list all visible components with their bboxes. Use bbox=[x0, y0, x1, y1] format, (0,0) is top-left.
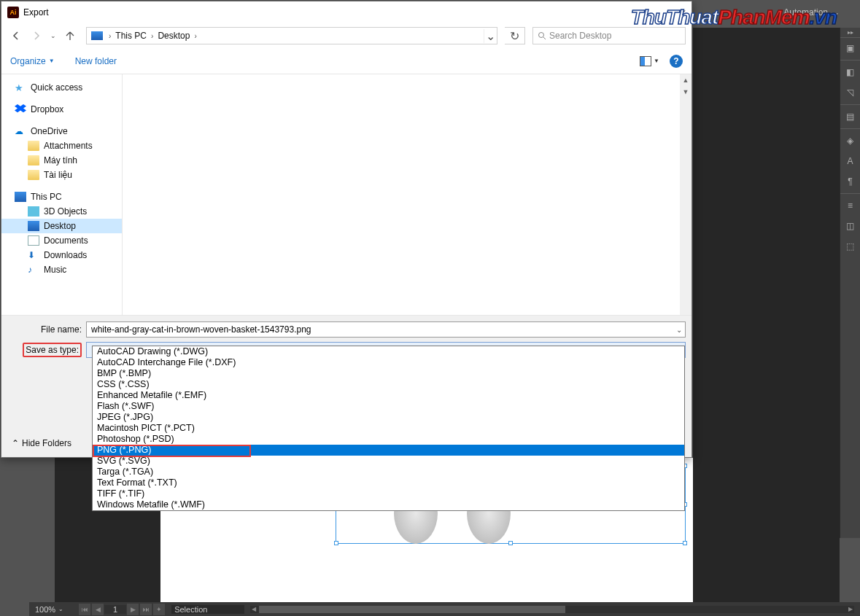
forward-button[interactable] bbox=[28, 27, 45, 44]
nav-item-dropbox[interactable]: Dropbox bbox=[1, 102, 122, 117]
organize-button[interactable]: Organize ▼ bbox=[10, 56, 55, 66]
first-artboard-button[interactable]: ⏮ bbox=[79, 604, 90, 615]
back-button[interactable] bbox=[7, 27, 25, 44]
nav-item-label: 3D Objects bbox=[44, 206, 87, 217]
watermark: ThuThuatPhanMem.vn bbox=[631, 6, 837, 29]
up-button[interactable] bbox=[61, 27, 79, 44]
prev-artboard-button[interactable]: ◀ bbox=[92, 604, 104, 615]
refresh-button[interactable]: ↻ bbox=[505, 27, 525, 44]
type-option[interactable]: Windows Metafile (*.WMF) bbox=[93, 499, 684, 510]
next-artboard-button[interactable]: ▶ bbox=[127, 604, 139, 615]
type-option[interactable]: Macintosh PICT (*.PCT) bbox=[93, 423, 684, 434]
type-option[interactable]: JPEG (*.JPG) bbox=[93, 412, 684, 423]
panel-icon-6[interactable]: A bbox=[840, 151, 860, 171]
file-name-input[interactable]: white-and-gray-cat-in-brown-woven-basket… bbox=[86, 321, 686, 338]
file-name-value: white-and-gray-cat-in-brown-woven-basket… bbox=[91, 324, 311, 335]
zoom-level[interactable]: 100% ⌄ bbox=[29, 605, 69, 614]
type-option[interactable]: Photoshop (*.PSD) bbox=[93, 434, 684, 445]
panel-icon-3[interactable]: ◹ bbox=[840, 82, 860, 103]
nav-item-desktop[interactable]: Desktop bbox=[1, 219, 122, 233]
save-as-type-dropdown[interactable]: AutoCAD Drawing (*.DWG)AutoCAD Interchan… bbox=[92, 346, 685, 511]
horizontal-scrollbar[interactable]: ◀ ▶ bbox=[250, 606, 854, 613]
chevron-down-icon: ▼ bbox=[49, 58, 55, 64]
recent-locations-button[interactable]: ⌄ bbox=[48, 27, 58, 44]
nav-item-label: OneDrive bbox=[31, 126, 68, 136]
nav-item-documents[interactable]: Documents bbox=[1, 233, 122, 248]
type-option[interactable]: Targa (*.TGA) bbox=[93, 467, 684, 477]
nav-item-label: Music bbox=[44, 265, 66, 275]
chevron-right-icon[interactable]: › bbox=[193, 32, 198, 40]
nav-item-this-pc[interactable]: This PC bbox=[1, 190, 122, 204]
panel-icon-9[interactable]: ◫ bbox=[840, 216, 860, 236]
panel-icon-2[interactable]: ◧ bbox=[840, 62, 860, 82]
search-icon bbox=[538, 31, 546, 40]
type-option[interactable]: BMP (*.BMP) bbox=[93, 368, 684, 379]
artboard-nav: ⏮ ◀ 1 ▶ ⏭ ✦ bbox=[78, 604, 166, 615]
vertical-scrollbar[interactable]: ▲ ▼ bbox=[680, 74, 692, 315]
artboard-index[interactable]: 1 bbox=[104, 605, 126, 614]
search-input[interactable]: Search Desktop bbox=[532, 27, 686, 44]
panel-icon-4[interactable]: ▤ bbox=[840, 106, 860, 127]
folder-icon bbox=[28, 141, 39, 151]
nav-item-music[interactable]: Music bbox=[1, 262, 122, 277]
nav-item-3d-objects[interactable]: 3D Objects bbox=[1, 204, 122, 219]
panel-icon-10[interactable]: ⬚ bbox=[840, 236, 860, 257]
artboard-nav-toggle-icon[interactable]: ✦ bbox=[153, 604, 165, 615]
dialog-titlebar: Ai Export ⌄ bbox=[1, 1, 692, 23]
breadcrumb-this-pc[interactable]: This PC bbox=[112, 31, 150, 41]
chevron-up-icon: ⌃ bbox=[12, 438, 19, 448]
nav-item-label: Attachments bbox=[44, 141, 93, 151]
last-artboard-button[interactable]: ⏭ bbox=[140, 604, 152, 615]
nav-item-máy-tính[interactable]: Máy tính bbox=[1, 153, 122, 168]
nav-item-label: Máy tính bbox=[44, 155, 77, 165]
address-row: ⌄ › This PC › Desktop › ⌄ ↻ Search Deskt… bbox=[1, 23, 692, 48]
chevron-right-icon[interactable]: › bbox=[150, 32, 155, 40]
scrollbar-thumb[interactable] bbox=[259, 606, 565, 613]
panel-collapse-icon[interactable]: ▸▸ bbox=[840, 28, 860, 38]
nav-item-downloads[interactable]: Downloads bbox=[1, 248, 122, 262]
svg-point-0 bbox=[539, 33, 544, 38]
type-option[interactable]: AutoCAD Drawing (*.DWG) bbox=[93, 346, 684, 357]
panel-icon-7[interactable]: ¶ bbox=[840, 171, 860, 192]
status-mode[interactable]: Selection bbox=[171, 605, 244, 614]
doc-icon bbox=[28, 235, 39, 246]
status-bar: 100% ⌄ ⏮ ◀ 1 ▶ ⏭ ✦ Selection ◀ ▶ bbox=[29, 602, 860, 616]
address-dropdown-icon[interactable]: ⌄ bbox=[484, 29, 497, 43]
panel-icon-8[interactable]: ≡ bbox=[840, 195, 860, 216]
right-dark-area bbox=[693, 28, 840, 602]
breadcrumb-desktop[interactable]: Desktop bbox=[155, 31, 193, 41]
navigation-pane[interactable]: Quick accessDropboxOneDriveAttachmentsMá… bbox=[1, 74, 122, 315]
folder-icon bbox=[28, 170, 39, 180]
nav-item-quick-access[interactable]: Quick access bbox=[1, 80, 122, 95]
type-option[interactable]: Text Format (*.TXT) bbox=[93, 477, 684, 488]
hide-folders-button[interactable]: ⌃ Hide Folders bbox=[12, 438, 71, 448]
type-option[interactable]: AutoCAD Interchange File (*.DXF) bbox=[93, 357, 684, 368]
illustrator-app-icon: Ai bbox=[7, 7, 19, 18]
pc-icon bbox=[15, 192, 26, 202]
view-button[interactable]: ▼ bbox=[640, 56, 659, 66]
address-bar[interactable]: › This PC › Desktop › ⌄ bbox=[86, 27, 497, 44]
nav-item-attachments[interactable]: Attachments bbox=[1, 139, 122, 153]
panel-icon-1[interactable]: ▣ bbox=[840, 38, 860, 58]
type-option[interactable]: CSS (*.CSS) bbox=[93, 379, 684, 390]
chevron-down-icon[interactable]: ⌄ bbox=[676, 326, 682, 334]
type-option[interactable]: Flash (*.SWF) bbox=[93, 401, 684, 412]
type-option[interactable]: TIFF (*.TIF) bbox=[93, 488, 684, 499]
nav-item-onedrive[interactable]: OneDrive bbox=[1, 124, 122, 139]
type-option[interactable]: PNG (*.PNG) bbox=[93, 445, 684, 456]
scroll-up-icon[interactable]: ▲ bbox=[680, 74, 692, 86]
type-option[interactable]: SVG (*.SVG) bbox=[93, 456, 684, 467]
panel-icon-5[interactable]: ◈ bbox=[840, 130, 860, 151]
nav-item-label: Quick access bbox=[31, 82, 82, 93]
help-button[interactable]: ? bbox=[670, 55, 683, 68]
dropbox-icon bbox=[15, 104, 26, 114]
nav-item-tài-liệu[interactable]: Tài liệu bbox=[1, 168, 122, 182]
chevron-right-icon[interactable]: › bbox=[107, 32, 112, 40]
file-list[interactable]: ▲ ▼ bbox=[122, 74, 692, 315]
view-icon bbox=[640, 56, 651, 66]
type-option[interactable]: Enhanced Metafile (*.EMF) bbox=[93, 390, 684, 401]
scroll-down-icon[interactable]: ▼ bbox=[680, 86, 692, 98]
pc-icon bbox=[91, 31, 103, 40]
save-as-type-label: Save as type: bbox=[7, 345, 86, 355]
new-folder-button[interactable]: New folder bbox=[75, 56, 117, 66]
